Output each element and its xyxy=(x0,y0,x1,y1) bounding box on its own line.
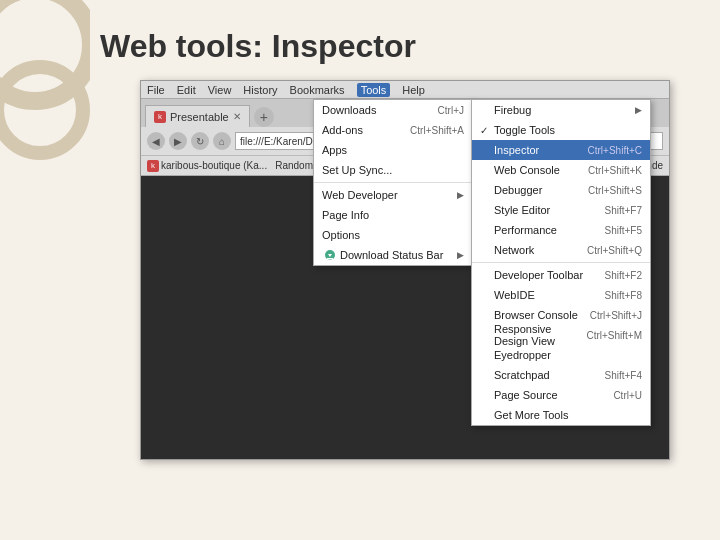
submenu-performance-label: Performance xyxy=(494,224,604,236)
menu-web-developer-label: Web Developer xyxy=(322,189,457,201)
submenu-page-source-label: Page Source xyxy=(494,389,613,401)
submenu-firebug[interactable]: Firebug ▶ xyxy=(472,100,650,120)
menu-download-status-arrow: ▶ xyxy=(457,250,464,260)
menu-setup-sync-label: Set Up Sync... xyxy=(322,164,464,176)
submenu-webide-label: WebIDE xyxy=(494,289,604,301)
menu-file[interactable]: File xyxy=(147,84,165,96)
menu-help[interactable]: Help xyxy=(402,84,425,96)
menu-apps-label: Apps xyxy=(322,144,464,156)
menu-bar: File Edit View History Bookmarks Tools H… xyxy=(141,81,669,99)
menu-download-status-label: Download Status Bar xyxy=(340,249,457,261)
menu-downloads-label: Downloads xyxy=(322,104,430,116)
menu-edit[interactable]: Edit xyxy=(177,84,196,96)
home-button[interactable]: ⌂ xyxy=(213,132,231,150)
menu-addons-label: Add-ons xyxy=(322,124,402,136)
menu-page-info-label: Page Info xyxy=(322,209,464,221)
tab-close-button[interactable]: ✕ xyxy=(233,111,241,122)
menu-history[interactable]: History xyxy=(243,84,277,96)
submenu-network[interactable]: Network Ctrl+Shift+Q xyxy=(472,240,650,260)
submenu-performance[interactable]: Performance Shift+F5 xyxy=(472,220,650,240)
menu-setup-sync[interactable]: Set Up Sync... xyxy=(314,160,472,180)
submenu-inspector[interactable]: Inspector Ctrl+Shift+C xyxy=(472,140,650,160)
submenu-firebug-arrow: ▶ xyxy=(635,105,642,115)
tools-menu: Downloads Ctrl+J Add-ons Ctrl+Shift+A Ap… xyxy=(313,99,473,266)
submenu-debugger-label: Debugger xyxy=(494,184,588,196)
refresh-button[interactable]: ↻ xyxy=(191,132,209,150)
submenu-network-label: Network xyxy=(494,244,587,256)
decorative-circle-2 xyxy=(0,60,90,160)
download-icon xyxy=(322,248,338,262)
submenu-toggle-label: Toggle Tools xyxy=(494,124,642,136)
submenu-browser-console-label: Browser Console xyxy=(494,309,590,321)
browser-window: File Edit View History Bookmarks Tools H… xyxy=(140,80,670,460)
submenu-eyedropper-label: Eyedropper xyxy=(494,349,642,361)
submenu-toggle-check: ✓ xyxy=(480,125,494,136)
page-title: Web tools: Inspector xyxy=(100,28,416,65)
menu-separator-1 xyxy=(314,182,472,183)
bookmark-favicon-k: k xyxy=(147,160,159,172)
submenu-scratchpad-shortcut: Shift+F4 xyxy=(604,370,642,381)
menu-tools[interactable]: Tools xyxy=(357,83,391,97)
menu-download-status-bar[interactable]: Download Status Bar ▶ xyxy=(314,245,472,265)
submenu-get-more-label: Get More Tools xyxy=(494,409,642,421)
submenu-toggle-tools[interactable]: ✓ Toggle Tools xyxy=(472,120,650,140)
active-tab[interactable]: k Presentable ✕ xyxy=(145,105,250,127)
menu-options-label: Options xyxy=(322,229,464,241)
menu-addons-shortcut: Ctrl+Shift+A xyxy=(410,125,464,136)
submenu-network-shortcut: Ctrl+Shift+Q xyxy=(587,245,642,256)
menu-apps[interactable]: Apps xyxy=(314,140,472,160)
submenu-responsive-shortcut: Ctrl+Shift+M xyxy=(586,330,642,341)
submenu-style-editor[interactable]: Style Editor Shift+F7 xyxy=(472,200,650,220)
submenu-style-editor-label: Style Editor xyxy=(494,204,604,216)
web-developer-submenu: Firebug ▶ ✓ Toggle Tools Inspector Ctrl+… xyxy=(471,99,651,426)
submenu-dev-toolbar-shortcut: Shift+F2 xyxy=(604,270,642,281)
submenu-browser-console-shortcut: Ctrl+Shift+J xyxy=(590,310,642,321)
submenu-performance-shortcut: Shift+F5 xyxy=(604,225,642,236)
decorative-circle-1 xyxy=(0,0,90,110)
menu-downloads[interactable]: Downloads Ctrl+J xyxy=(314,100,472,120)
submenu-get-more-tools[interactable]: Get More Tools xyxy=(472,405,650,425)
new-tab-button[interactable]: + xyxy=(254,107,274,127)
tab-favicon: k xyxy=(154,111,166,123)
submenu-web-console-shortcut: Ctrl+Shift+K xyxy=(588,165,642,176)
submenu-page-source[interactable]: Page Source Ctrl+U xyxy=(472,385,650,405)
submenu-responsive-design[interactable]: Responsive Design View Ctrl+Shift+M xyxy=(472,325,650,345)
svg-rect-2 xyxy=(327,258,333,260)
menu-web-developer[interactable]: Web Developer ▶ xyxy=(314,185,472,205)
back-button[interactable]: ◀ xyxy=(147,132,165,150)
menu-web-developer-arrow: ▶ xyxy=(457,190,464,200)
submenu-web-console[interactable]: Web Console Ctrl+Shift+K xyxy=(472,160,650,180)
submenu-inspector-label: Inspector xyxy=(494,144,588,156)
submenu-browser-console[interactable]: Browser Console Ctrl+Shift+J xyxy=(472,305,650,325)
submenu-inspector-shortcut: Ctrl+Shift+C xyxy=(588,145,642,156)
submenu-webide[interactable]: WebIDE Shift+F8 xyxy=(472,285,650,305)
menu-view[interactable]: View xyxy=(208,84,232,96)
submenu-dev-toolbar-label: Developer Toolbar xyxy=(494,269,604,281)
bookmark-karibous[interactable]: k karibous-boutique (Ka... xyxy=(147,160,267,172)
submenu-eyedropper[interactable]: Eyedropper xyxy=(472,345,650,365)
submenu-scratchpad-label: Scratchpad xyxy=(494,369,604,381)
submenu-debugger-shortcut: Ctrl+Shift+S xyxy=(588,185,642,196)
submenu-web-console-label: Web Console xyxy=(494,164,588,176)
submenu-debugger[interactable]: Debugger Ctrl+Shift+S xyxy=(472,180,650,200)
menu-bookmarks[interactable]: Bookmarks xyxy=(290,84,345,96)
bookmark-label-k: karibous-boutique (Ka... xyxy=(161,160,267,171)
submenu-style-editor-shortcut: Shift+F7 xyxy=(604,205,642,216)
submenu-webide-shortcut: Shift+F8 xyxy=(604,290,642,301)
submenu-scratchpad[interactable]: Scratchpad Shift+F4 xyxy=(472,365,650,385)
forward-button[interactable]: ▶ xyxy=(169,132,187,150)
menu-page-info[interactable]: Page Info xyxy=(314,205,472,225)
submenu-responsive-label: Responsive Design View xyxy=(494,323,586,347)
menu-options[interactable]: Options xyxy=(314,225,472,245)
menu-addons[interactable]: Add-ons Ctrl+Shift+A xyxy=(314,120,472,140)
bg-decoration xyxy=(0,0,90,200)
submenu-firebug-label: Firebug xyxy=(494,104,635,116)
menu-downloads-shortcut: Ctrl+J xyxy=(438,105,464,116)
submenu-page-source-shortcut: Ctrl+U xyxy=(613,390,642,401)
submenu-sep-1 xyxy=(472,262,650,263)
submenu-developer-toolbar[interactable]: Developer Toolbar Shift+F2 xyxy=(472,265,650,285)
tab-label: Presentable xyxy=(170,111,229,123)
